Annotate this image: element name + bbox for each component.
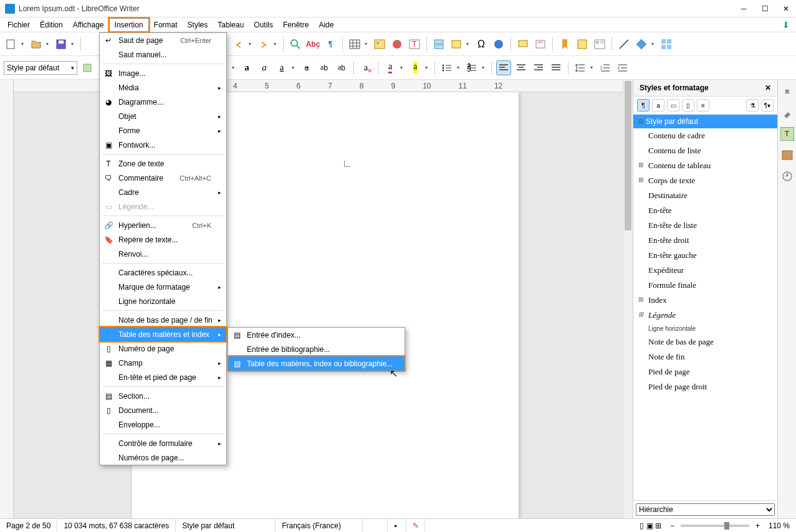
maximize-button[interactable]: ☐ [760,4,770,14]
rail-properties-icon[interactable]: ≡ [780,85,794,98]
menu-insertion[interactable]: Insertion [109,18,149,31]
new-style-icon[interactable]: ¶▾ [761,99,774,112]
status-page[interactable]: Page 2 de 50 [0,519,57,532]
line-spacing-button[interactable] [573,60,588,75]
status-style[interactable]: Style par défaut [176,519,276,532]
table-button[interactable] [347,37,362,52]
menu-affichage[interactable]: Affichage [68,19,109,31]
open-button[interactable] [29,37,44,52]
style-filter-select[interactable]: Hiérarchie [636,503,775,516]
menu-item-fontwork-[interactable]: ▣Fontwork... [100,138,226,152]
hyperlink-button[interactable] [491,37,506,52]
style-en-t-te-droit[interactable]: En-tête droit [633,233,777,248]
menu-item-table-des-mati-res-et-index[interactable]: Table des matières et index▸ [100,327,226,341]
shapes-button[interactable] [634,37,649,52]
menu-item-zone-de-texte[interactable]: TZone de texte [100,156,226,171]
style-formule-finale[interactable]: Formule finale [633,278,777,293]
style-exp-diteur[interactable]: Expéditeur [633,263,777,278]
menu-item-ligne-horizontale[interactable]: Ligne horizontale [100,294,226,308]
submenu-item-entr-e-d-index-[interactable]: ▤Entrée d'index... [228,328,405,342]
status-selection[interactable]: ▪ [388,519,406,532]
redo-button[interactable] [256,37,271,52]
menu-item-section-[interactable]: ▤Section... [100,389,226,403]
menu-item-document-[interactable]: ▯Document... [100,403,226,417]
highlight-button[interactable]: a [408,60,423,75]
menu-item-enveloppe-[interactable]: Enveloppe... [100,417,226,432]
save-button[interactable] [54,37,69,52]
paragraph-styles-icon[interactable]: ¶ [637,99,650,112]
menu-item-caract-res-sp-ciaux-[interactable]: Caractères spéciaux... [100,265,226,280]
menu-item-saut-manuel-[interactable]: Saut manuel... [100,47,226,62]
menu-format[interactable]: Format [149,19,183,31]
navigator-button[interactable] [575,37,590,52]
menu-item-renvoi-[interactable]: Renvoi... [100,247,226,261]
chart-button[interactable] [390,37,405,52]
menu-edition[interactable]: Édition [35,19,68,31]
field-button[interactable] [449,37,464,52]
rail-gallery-icon[interactable] [780,148,794,162]
style-ligne-horizontale[interactable]: Ligne horizontale [633,323,777,335]
scrollbar-vertical[interactable] [623,80,633,518]
style-en-t-te[interactable]: En-tête [633,203,777,218]
rail-wrench-icon[interactable] [780,106,794,120]
status-words[interactable]: 10 034 mots, 67 638 caractères [57,519,176,532]
clear-format-button[interactable]: a✕ [358,60,373,75]
comment-button[interactable] [515,37,530,52]
character-styles-icon[interactable]: a [652,99,664,112]
status-lang[interactable]: Français (France) [276,519,363,532]
ruler-vertical[interactable] [0,80,14,518]
menu-item-contr-le-de-formulaire[interactable]: Contrôle de formulaire▸ [100,436,226,450]
grid-button[interactable] [659,37,674,52]
increase-indent-button[interactable] [598,60,613,75]
style-contenu-de-tableau[interactable]: ⊞Contenu de tableau [633,158,777,173]
style-contenu-de-cadre[interactable]: Contenu de cadre [633,128,777,143]
style-index[interactable]: ⊞Index [633,293,777,308]
number-list-button[interactable]: 123 [464,60,479,75]
style-en-t-te-de-liste[interactable]: En-tête de liste [633,218,777,233]
update-style-button[interactable] [80,60,95,75]
undo-button[interactable] [231,37,246,52]
menu-item-marque-de-formatage[interactable]: Marque de formatage▸ [100,280,226,294]
align-right-button[interactable] [531,60,546,75]
bookmark-button[interactable] [557,37,572,52]
menu-item-champ[interactable]: ▦Champ▸ [100,356,226,370]
style-pied-de-page[interactable]: Pied de page [633,364,777,379]
menu-tableau[interactable]: Tableau [213,19,249,31]
subscript-button[interactable]: ab [334,60,349,75]
style-note-de-bas-de-page[interactable]: Note de bas de page [633,335,777,349]
special-char-button[interactable]: Ω [474,37,489,52]
list-styles-icon[interactable]: ≡ [697,99,709,112]
textbox-button[interactable]: T [407,37,422,52]
menu-item-cadre[interactable]: Cadre▸ [100,185,226,199]
spellcheck-button[interactable]: Abç [305,37,320,52]
menu-item-commentaire[interactable]: 🗨CommentaireCtrl+Alt+C [100,171,226,185]
menu-item-objet[interactable]: Objet▸ [100,109,226,123]
status-view-icons[interactable]: ▯ ▣ ⊞ [633,519,668,532]
underline-button[interactable]: a [274,60,289,75]
find-button[interactable] [288,37,303,52]
page-break-button[interactable] [431,37,446,52]
menu-aide[interactable]: Aide [314,19,338,31]
menu-fichier[interactable]: Fichier [2,19,35,31]
menu-item-image-[interactable]: 🖼Image... [100,66,226,80]
bold-button[interactable]: a [239,60,254,75]
style-destinataire[interactable]: Destinataire [633,188,777,203]
menu-item-l-gende-[interactable]: ▭Légende... [100,199,226,214]
new-doc-button[interactable] [4,37,19,52]
menu-item-num-ros-de-page-[interactable]: Numéros de page... [100,450,226,465]
align-left-button[interactable] [496,60,511,75]
paragraph-style-combo[interactable]: Style par défaut▾ [4,61,77,75]
menu-item-en-t-te-et-pied-de-page[interactable]: En-tête et pied de page▸ [100,370,226,384]
zoom-out-button[interactable]: − [668,521,677,530]
font-color-button[interactable]: a [383,60,398,75]
italic-button[interactable]: a [257,60,272,75]
bullet-list-button[interactable] [439,60,454,75]
fill-format-icon[interactable]: ⚗ [746,99,759,112]
align-center-button[interactable] [514,60,529,75]
menu-item-diagramme-[interactable]: ◕Diagramme... [100,95,226,109]
track-changes-button[interactable] [533,37,548,52]
zoom-in-button[interactable]: + [753,521,762,530]
frame-styles-icon[interactable]: ▭ [667,99,679,112]
rail-styles-icon[interactable]: T [780,127,794,141]
menu-item-forme[interactable]: Forme▸ [100,123,226,138]
